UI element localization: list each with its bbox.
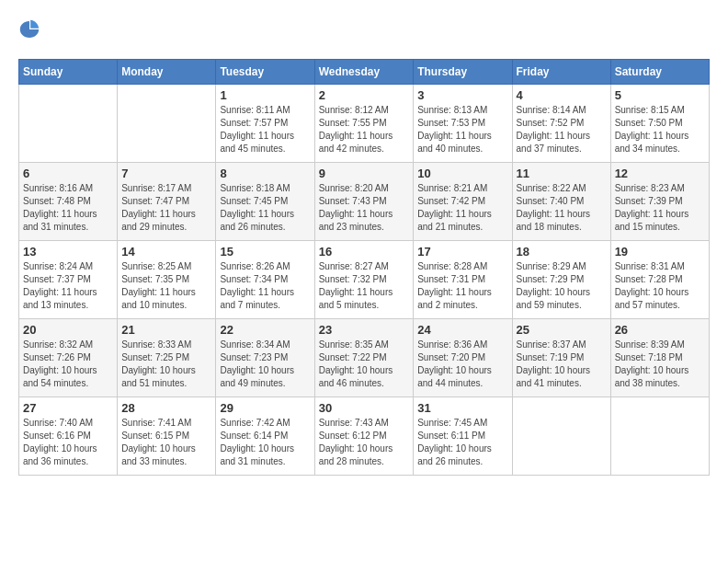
day-number: 26 [615, 323, 705, 337]
calendar-cell: 2Sunrise: 8:12 AM Sunset: 7:55 PM Daylig… [314, 85, 414, 163]
day-info: Sunrise: 8:27 AM Sunset: 7:32 PM Dayligh… [319, 260, 410, 312]
day-number: 30 [319, 401, 410, 415]
calendar-cell: 31Sunrise: 7:45 AM Sunset: 6:11 PM Dayli… [414, 397, 512, 476]
weekday-header-friday: Friday [512, 60, 610, 85]
day-info: Sunrise: 8:31 AM Sunset: 7:28 PM Dayligh… [615, 260, 705, 312]
day-info: Sunrise: 8:33 AM Sunset: 7:25 PM Dayligh… [121, 339, 211, 390]
calendar-cell: 6Sunrise: 8:16 AM Sunset: 7:48 PM Daylig… [19, 163, 118, 241]
day-info: Sunrise: 8:39 AM Sunset: 7:18 PM Dayligh… [615, 339, 705, 390]
header [18, 18, 710, 44]
day-info: Sunrise: 8:17 AM Sunset: 7:47 PM Dayligh… [121, 182, 211, 234]
day-number: 10 [417, 167, 507, 180]
day-info: Sunrise: 8:28 AM Sunset: 7:31 PM Dayligh… [417, 260, 507, 312]
day-info: Sunrise: 8:22 AM Sunset: 7:40 PM Dayligh… [517, 182, 607, 234]
day-info: Sunrise: 8:36 AM Sunset: 7:20 PM Dayligh… [417, 339, 507, 390]
day-number: 22 [220, 323, 310, 337]
day-info: Sunrise: 8:21 AM Sunset: 7:42 PM Dayligh… [417, 182, 507, 234]
day-number: 6 [23, 167, 113, 180]
calendar-cell: 12Sunrise: 8:23 AM Sunset: 7:39 PM Dayli… [610, 163, 709, 241]
calendar-cell: 27Sunrise: 7:40 AM Sunset: 6:16 PM Dayli… [19, 397, 118, 476]
calendar-cell [19, 85, 118, 163]
day-info: Sunrise: 8:32 AM Sunset: 7:26 PM Dayligh… [23, 339, 113, 390]
weekday-header-thursday: Thursday [414, 60, 512, 85]
day-number: 5 [615, 88, 705, 102]
day-info: Sunrise: 7:42 AM Sunset: 6:14 PM Dayligh… [220, 417, 310, 468]
day-info: Sunrise: 8:35 AM Sunset: 7:22 PM Dayligh… [319, 339, 410, 390]
day-number: 24 [417, 323, 507, 337]
day-info: Sunrise: 8:13 AM Sunset: 7:53 PM Dayligh… [417, 104, 507, 155]
day-number: 14 [121, 245, 211, 259]
calendar-cell [512, 397, 610, 476]
weekday-header-monday: Monday [118, 60, 216, 85]
day-info: Sunrise: 8:37 AM Sunset: 7:19 PM Dayligh… [517, 339, 607, 390]
calendar-cell: 10Sunrise: 8:21 AM Sunset: 7:42 PM Dayli… [414, 163, 512, 241]
calendar-cell: 9Sunrise: 8:20 AM Sunset: 7:43 PM Daylig… [314, 163, 414, 241]
logo [18, 18, 44, 44]
day-info: Sunrise: 7:40 AM Sunset: 6:16 PM Dayligh… [23, 417, 113, 468]
calendar-cell: 28Sunrise: 7:41 AM Sunset: 6:15 PM Dayli… [118, 397, 216, 476]
calendar-cell: 22Sunrise: 8:34 AM Sunset: 7:23 PM Dayli… [216, 319, 314, 397]
day-number: 29 [220, 401, 310, 415]
day-number: 31 [417, 401, 507, 415]
calendar-cell [118, 85, 216, 163]
calendar-cell: 15Sunrise: 8:26 AM Sunset: 7:34 PM Dayli… [216, 241, 314, 319]
day-number: 19 [615, 245, 705, 259]
calendar-cell: 26Sunrise: 8:39 AM Sunset: 7:18 PM Dayli… [610, 319, 709, 397]
day-info: Sunrise: 7:41 AM Sunset: 6:15 PM Dayligh… [121, 417, 211, 468]
calendar-cell: 1Sunrise: 8:11 AM Sunset: 7:57 PM Daylig… [216, 85, 314, 163]
day-info: Sunrise: 8:14 AM Sunset: 7:52 PM Dayligh… [517, 104, 607, 155]
calendar-cell: 5Sunrise: 8:15 AM Sunset: 7:50 PM Daylig… [610, 85, 709, 163]
day-number: 8 [220, 167, 310, 180]
day-number: 12 [615, 167, 705, 180]
day-info: Sunrise: 8:16 AM Sunset: 7:48 PM Dayligh… [23, 182, 113, 234]
day-number: 28 [121, 401, 211, 415]
weekday-header-sunday: Sunday [19, 60, 118, 85]
calendar-cell: 14Sunrise: 8:25 AM Sunset: 7:35 PM Dayli… [118, 241, 216, 319]
calendar-cell [610, 397, 709, 476]
day-info: Sunrise: 8:26 AM Sunset: 7:34 PM Dayligh… [220, 260, 310, 312]
calendar-cell: 21Sunrise: 8:33 AM Sunset: 7:25 PM Dayli… [118, 319, 216, 397]
day-info: Sunrise: 8:34 AM Sunset: 7:23 PM Dayligh… [220, 339, 310, 390]
day-info: Sunrise: 8:12 AM Sunset: 7:55 PM Dayligh… [319, 104, 410, 155]
day-info: Sunrise: 8:29 AM Sunset: 7:29 PM Dayligh… [517, 260, 607, 312]
calendar-cell: 13Sunrise: 8:24 AM Sunset: 7:37 PM Dayli… [19, 241, 118, 319]
calendar-cell: 29Sunrise: 7:42 AM Sunset: 6:14 PM Dayli… [216, 397, 314, 476]
day-number: 23 [319, 323, 410, 337]
calendar-cell: 3Sunrise: 8:13 AM Sunset: 7:53 PM Daylig… [414, 85, 512, 163]
day-number: 27 [23, 401, 113, 415]
logo-icon [18, 18, 40, 40]
day-info: Sunrise: 8:24 AM Sunset: 7:37 PM Dayligh… [23, 260, 113, 312]
calendar-cell: 7Sunrise: 8:17 AM Sunset: 7:47 PM Daylig… [118, 163, 216, 241]
weekday-header-wednesday: Wednesday [314, 60, 414, 85]
calendar-cell: 25Sunrise: 8:37 AM Sunset: 7:19 PM Dayli… [512, 319, 610, 397]
day-info: Sunrise: 8:20 AM Sunset: 7:43 PM Dayligh… [319, 182, 410, 234]
calendar-cell: 17Sunrise: 8:28 AM Sunset: 7:31 PM Dayli… [414, 241, 512, 319]
day-number: 1 [220, 88, 310, 102]
day-number: 15 [220, 245, 310, 259]
day-number: 4 [517, 88, 607, 102]
day-info: Sunrise: 8:25 AM Sunset: 7:35 PM Dayligh… [121, 260, 211, 312]
calendar-cell: 4Sunrise: 8:14 AM Sunset: 7:52 PM Daylig… [512, 85, 610, 163]
day-info: Sunrise: 7:43 AM Sunset: 6:12 PM Dayligh… [319, 417, 410, 468]
calendar-cell: 11Sunrise: 8:22 AM Sunset: 7:40 PM Dayli… [512, 163, 610, 241]
day-info: Sunrise: 8:18 AM Sunset: 7:45 PM Dayligh… [220, 182, 310, 234]
day-number: 2 [319, 88, 410, 102]
day-number: 11 [517, 167, 607, 180]
weekday-header-saturday: Saturday [610, 60, 709, 85]
day-number: 20 [23, 323, 113, 337]
weekday-header-tuesday: Tuesday [216, 60, 314, 85]
day-number: 16 [319, 245, 410, 259]
day-number: 18 [517, 245, 607, 259]
calendar-cell: 20Sunrise: 8:32 AM Sunset: 7:26 PM Dayli… [19, 319, 118, 397]
calendar-cell: 24Sunrise: 8:36 AM Sunset: 7:20 PM Dayli… [414, 319, 512, 397]
day-number: 21 [121, 323, 211, 337]
calendar-table: SundayMondayTuesdayWednesdayThursdayFrid… [18, 59, 710, 476]
calendar-cell: 16Sunrise: 8:27 AM Sunset: 7:32 PM Dayli… [314, 241, 414, 319]
calendar-cell: 19Sunrise: 8:31 AM Sunset: 7:28 PM Dayli… [610, 241, 709, 319]
calendar-cell: 8Sunrise: 8:18 AM Sunset: 7:45 PM Daylig… [216, 163, 314, 241]
day-number: 9 [319, 167, 410, 180]
day-info: Sunrise: 8:11 AM Sunset: 7:57 PM Dayligh… [220, 104, 310, 155]
day-number: 13 [23, 245, 113, 259]
day-info: Sunrise: 8:23 AM Sunset: 7:39 PM Dayligh… [615, 182, 705, 234]
calendar-cell: 30Sunrise: 7:43 AM Sunset: 6:12 PM Dayli… [314, 397, 414, 476]
